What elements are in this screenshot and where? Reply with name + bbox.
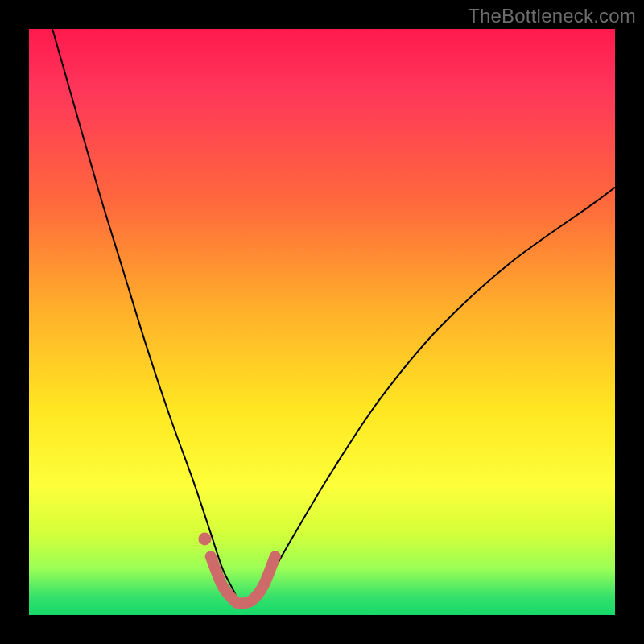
plot-area [29, 29, 615, 615]
bottleneck-curve [52, 29, 615, 605]
chart-frame: TheBottleneck.com [0, 0, 644, 644]
curve-svg [29, 29, 615, 615]
highlight-dot [198, 532, 211, 545]
watermark-text: TheBottleneck.com [468, 5, 636, 27]
